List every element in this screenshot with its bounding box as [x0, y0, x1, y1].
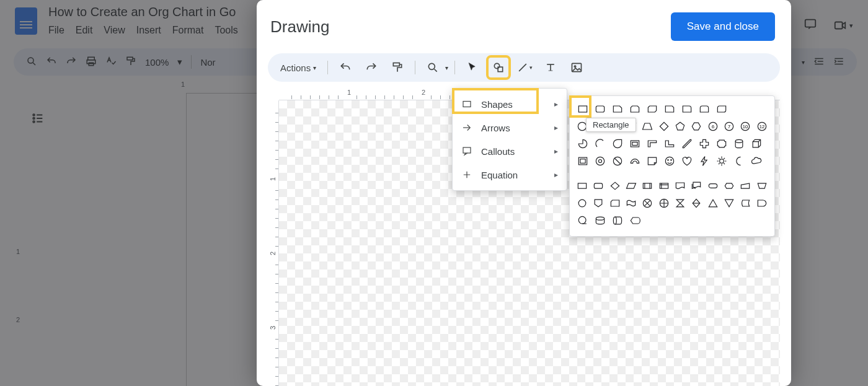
shape-snip-round-single[interactable] — [662, 101, 678, 117]
shape-lightning[interactable] — [696, 153, 712, 169]
shape-chord[interactable] — [592, 136, 608, 152]
shape-dodecagon-6[interactable]: 6 — [706, 118, 720, 134]
svg-rect-42 — [595, 183, 603, 188]
shape-flow-magnetic-disk[interactable] — [592, 213, 608, 229]
shape-flow-terminator[interactable] — [706, 178, 720, 194]
shape-flow-summing[interactable] — [640, 195, 655, 211]
save-and-close-button[interactable]: Save and close — [671, 12, 775, 41]
shape-round-same-side[interactable] — [696, 101, 712, 117]
shape-flow-or[interactable] — [657, 195, 671, 211]
zoom-icon[interactable] — [422, 56, 444, 79]
svg-rect-10 — [394, 63, 400, 66]
shape-l-shape[interactable] — [662, 136, 678, 152]
shape-plaque[interactable] — [714, 136, 730, 152]
shape-flow-stored-data[interactable] — [738, 195, 753, 211]
shape-round-diagonal[interactable] — [714, 101, 730, 117]
shape-flow-sort[interactable] — [689, 195, 704, 211]
shape-cloud[interactable] — [748, 153, 764, 169]
shape-menu-callouts[interactable]: Callouts ▸ — [453, 139, 567, 163]
plus-icon — [461, 169, 472, 180]
shape-sun[interactable] — [714, 153, 730, 169]
shape-donut[interactable] — [592, 153, 608, 169]
shape-no-symbol[interactable] — [609, 153, 626, 169]
image-tool-icon[interactable] — [565, 56, 588, 79]
shape-heart[interactable] — [679, 153, 695, 169]
svg-text:12: 12 — [760, 124, 764, 129]
shape-flow-card[interactable] — [608, 195, 622, 211]
svg-point-40 — [720, 159, 724, 164]
paint-format-icon[interactable] — [386, 56, 409, 79]
dialog-title: Drawing — [270, 17, 329, 37]
shape-flow-preparation[interactable] — [722, 178, 737, 194]
svg-rect-17 — [463, 147, 471, 153]
shape-frame[interactable] — [627, 136, 643, 152]
shape-folded-corner[interactable] — [644, 153, 660, 169]
shape-flow-manual-input[interactable] — [738, 178, 753, 194]
svg-point-50 — [596, 217, 604, 220]
zoom-dropdown-icon[interactable]: ▾ — [445, 64, 448, 71]
svg-point-11 — [429, 63, 435, 69]
select-tool-icon[interactable] — [461, 56, 484, 79]
shape-block-arc[interactable] — [627, 153, 643, 169]
shape-flow-extract[interactable] — [706, 195, 720, 211]
shape-flow-merge[interactable] — [722, 195, 737, 211]
shape-flow-decision[interactable] — [608, 178, 622, 194]
shape-bevel[interactable] — [575, 153, 591, 169]
shape-tool-icon[interactable] — [487, 56, 510, 79]
shape-menu-shapes[interactable]: Shapes ▸ — [453, 92, 567, 116]
shape-trapezoid[interactable] — [640, 118, 655, 134]
shape-dodecagon-12[interactable]: 12 — [755, 118, 769, 134]
shape-rectangle[interactable] — [575, 101, 591, 117]
shape-cross[interactable] — [696, 136, 712, 152]
shape-flow-document[interactable] — [673, 178, 688, 194]
shape-flow-punched-tape[interactable] — [624, 195, 639, 211]
shape-pie[interactable] — [575, 136, 591, 152]
actions-dropdown[interactable]: Actions▾ — [275, 59, 321, 77]
shape-flow-process[interactable] — [575, 178, 590, 194]
shape-flow-display[interactable] — [627, 213, 643, 229]
shape-snip-single-corner[interactable] — [609, 101, 626, 117]
svg-point-37 — [665, 157, 673, 165]
shape-flow-multidocument[interactable] — [689, 178, 704, 194]
shape-flow-predefined[interactable] — [640, 178, 655, 194]
shape-flow-manual-operation[interactable] — [755, 178, 769, 194]
shape-snip-same-side[interactable] — [627, 101, 643, 117]
shape-can[interactable] — [731, 136, 747, 152]
shape-round-single-corner[interactable] — [679, 101, 695, 117]
shape-half-frame[interactable] — [644, 136, 660, 152]
shape-diamond[interactable] — [657, 118, 671, 134]
shape-diagonal-stripe[interactable] — [679, 136, 695, 152]
shape-hexagon[interactable] — [689, 118, 704, 134]
shape-rounded-rectangle[interactable] — [592, 101, 608, 117]
shape-teardrop[interactable] — [609, 136, 626, 152]
shape-snip-diagonal[interactable] — [644, 101, 660, 117]
shape-flow-internal-storage[interactable] — [657, 178, 671, 194]
shape-flow-offpage[interactable] — [591, 195, 606, 211]
svg-point-15 — [574, 66, 576, 68]
svg-rect-30 — [632, 143, 637, 146]
shape-flow-alternate[interactable] — [591, 178, 606, 194]
canvas-v-ruler: 1 2 3 4 — [268, 100, 279, 386]
line-tool-icon[interactable]: ▾ — [513, 56, 536, 79]
chevron-right-icon: ▸ — [554, 170, 558, 179]
shape-flow-direct-access[interactable] — [609, 213, 626, 229]
shape-flow-delay[interactable] — [755, 195, 769, 211]
shape-menu-arrows[interactable]: Arrows ▸ — [453, 116, 567, 139]
shape-flow-data[interactable] — [624, 178, 639, 194]
shape-decagon-10[interactable]: 10 — [738, 118, 753, 134]
shape-cube[interactable] — [748, 136, 764, 152]
shape-pentagon[interactable] — [673, 118, 688, 134]
undo-icon[interactable] — [334, 56, 356, 79]
svg-text:7: 7 — [728, 124, 730, 129]
shape-moon[interactable] — [731, 153, 747, 169]
textbox-tool-icon[interactable] — [539, 56, 562, 79]
svg-point-31 — [735, 139, 743, 143]
shape-flow-collate[interactable] — [673, 195, 688, 211]
shape-heptagon-7[interactable]: 7 — [722, 118, 737, 134]
shape-smiley[interactable] — [662, 153, 678, 169]
shape-flow-connector[interactable] — [575, 195, 590, 211]
shape-menu-equation[interactable]: Equation ▸ — [453, 163, 567, 186]
svg-rect-41 — [578, 183, 586, 188]
redo-icon[interactable] — [360, 56, 383, 79]
shape-flow-sequential-storage[interactable] — [575, 213, 591, 229]
